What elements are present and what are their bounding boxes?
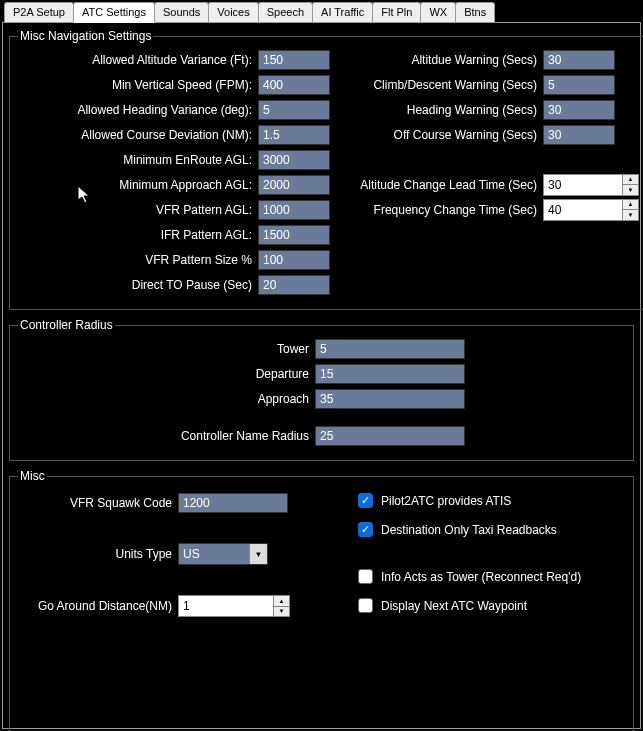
units-select[interactable]: US ▼ [178,543,268,565]
alt-lead-label: Altitude Change Lead Time (Sec) [338,178,543,192]
approach-label: Approach [258,392,315,406]
tower-label: Tower [277,342,315,356]
tab-p2a-setup[interactable]: P2A Setup [4,2,74,22]
ga-input[interactable] [179,596,273,616]
vfr-pat-input[interactable] [258,200,330,220]
ifr-pat-input[interactable] [258,225,330,245]
min-enr-label: Minimum EnRoute AGL: [18,153,258,167]
tab-flt-pln[interactable]: Flt Pln [372,2,421,22]
cd-warn-label: Climb/Descent Warning (Secs) [338,78,543,92]
hdg-var-input[interactable] [258,100,330,120]
controller-radius-group: Controller Radius Tower Departure Approa… [9,318,634,461]
tab-voices[interactable]: Voices [208,2,258,22]
info-tower-checkbox[interactable] [358,569,373,584]
freq-spinner[interactable]: ▲ ▼ [543,199,639,221]
nav-legend: Misc Navigation Settings [18,29,153,43]
vfr-pat-label: VFR Pattern AGL: [18,203,258,217]
alt-var-input[interactable] [258,50,330,70]
units-label: Units Type [18,547,178,561]
alt-lead-spinner[interactable]: ▲ ▼ [543,174,639,196]
alt-warn-label: Altitdue Warning (Secs) [338,53,543,67]
spin-up-icon[interactable]: ▲ [623,200,638,211]
freq-input[interactable] [544,200,622,220]
info-tower-label: Info Acts as Tower (Reconnect Req'd) [381,570,581,584]
oc-warn-input[interactable] [543,125,615,145]
tab-btns[interactable]: Btns [455,2,495,22]
tower-input[interactable] [315,339,465,359]
tab-atc-settings[interactable]: ATC Settings [73,2,155,23]
ctrl-name-input[interactable] [315,426,465,446]
atis-label: Pilot2ATC provides ATIS [381,494,511,508]
spin-up-icon[interactable]: ▲ [623,175,638,186]
alt-var-label: Allowed Altitude Variance (Ft): [18,53,258,67]
squawk-input[interactable] [178,493,288,513]
min-enr-input[interactable] [258,150,330,170]
vfr-size-label: VFR Pattern Size % [18,253,258,267]
freq-label: Frequency Change Time (Sec) [338,203,543,217]
dto-pause-label: Direct TO Pause (Sec) [18,278,258,292]
oc-warn-label: Off Course Warning (Secs) [338,128,543,142]
tab-ai-traffic[interactable]: AI Traffic [312,2,373,22]
chevron-down-icon[interactable]: ▼ [249,544,267,564]
ifr-pat-label: IFR Pattern AGL: [18,228,258,242]
misc-group: Misc VFR Squawk Code Units Type US ▼ Go … [9,469,634,731]
ga-spinner[interactable]: ▲ ▼ [178,595,290,617]
spin-down-icon[interactable]: ▼ [623,185,638,195]
alt-lead-input[interactable] [544,175,622,195]
spin-up-icon[interactable]: ▲ [274,596,289,607]
alt-warn-input[interactable] [543,50,615,70]
crs-dev-label: Allowed Course Deviation (NM): [18,128,258,142]
min-vs-label: Min Vertical Speed (FPM): [18,78,258,92]
ga-label: Go Around Distance(NM) [18,599,178,613]
units-value: US [179,544,249,564]
departure-input[interactable] [315,364,465,384]
nav-settings-group: Misc Navigation Settings Allowed Altitud… [9,29,643,310]
cd-warn-input[interactable] [543,75,615,95]
hdg-var-label: Allowed Heading Variance (deg): [18,103,258,117]
departure-label: Departure [256,367,315,381]
ctrl-legend: Controller Radius [18,318,115,332]
vfr-size-input[interactable] [258,250,330,270]
ctrl-name-label: Controller Name Radius [181,429,315,443]
min-app-label: Minimum Approach AGL: [18,178,258,192]
tab-sounds[interactable]: Sounds [154,2,209,22]
tab-wx[interactable]: WX [420,2,456,22]
min-app-input[interactable] [258,175,330,195]
dto-pause-input[interactable] [258,275,330,295]
settings-panel: Misc Navigation Settings Allowed Altitud… [2,22,641,729]
tab-bar: P2A Setup ATC Settings Sounds Voices Spe… [0,0,643,22]
spin-down-icon[interactable]: ▼ [623,210,638,220]
spin-down-icon[interactable]: ▼ [274,607,289,617]
dest-taxi-checkbox[interactable]: ✓ [358,522,373,537]
next-wp-checkbox[interactable] [358,598,373,613]
atis-checkbox[interactable]: ✓ [358,493,373,508]
misc-legend: Misc [18,469,47,483]
next-wp-label: Display Next ATC Waypoint [381,599,527,613]
crs-dev-input[interactable] [258,125,330,145]
dest-taxi-label: Destination Only Taxi Readbacks [381,523,557,537]
squawk-label: VFR Squawk Code [18,496,178,510]
hdg-warn-input[interactable] [543,100,615,120]
approach-input[interactable] [315,389,465,409]
tab-speech[interactable]: Speech [258,2,313,22]
min-vs-input[interactable] [258,75,330,95]
hdg-warn-label: Heading Warning (Secs) [338,103,543,117]
